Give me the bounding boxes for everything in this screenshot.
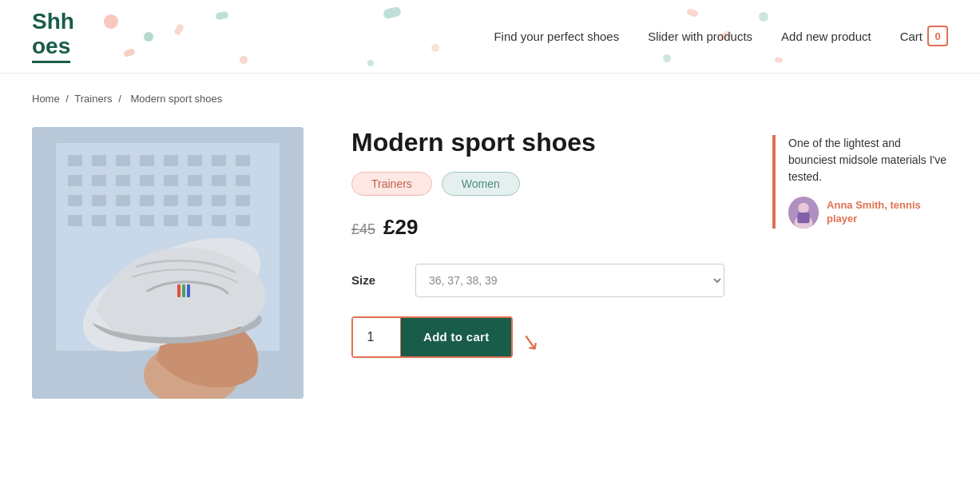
svg-rect-25	[236, 195, 250, 206]
breadcrumb: Home / Trainers / Modern sport shoes	[0, 74, 980, 111]
logo-line1: Shh	[32, 10, 74, 34]
svg-rect-20	[116, 195, 130, 206]
deco-dot-1	[104, 14, 118, 29]
svg-rect-15	[188, 175, 202, 186]
svg-rect-19	[92, 195, 106, 206]
svg-rect-16	[212, 175, 226, 186]
avatar-svg	[788, 197, 819, 229]
quantity-input[interactable]	[353, 318, 401, 356]
nav-slider-products[interactable]: Slider with products	[648, 30, 752, 43]
svg-rect-27	[92, 215, 106, 226]
svg-rect-21	[140, 195, 154, 206]
svg-rect-36	[177, 284, 181, 297]
product-image-svg	[32, 127, 304, 399]
svg-rect-12	[116, 175, 130, 186]
price-old: £45	[351, 221, 375, 238]
breadcrumb-trainers[interactable]: Trainers	[74, 93, 112, 105]
svg-rect-24	[212, 195, 226, 206]
svg-rect-3	[92, 155, 106, 166]
nav-add-product[interactable]: Add new product	[781, 30, 871, 43]
svg-rect-23	[188, 195, 202, 206]
svg-rect-11	[92, 175, 106, 186]
header: Shh oes Find your perfect shoes Slider w…	[0, 0, 980, 74]
svg-rect-4	[116, 155, 130, 166]
tag-women: Women	[442, 172, 520, 196]
svg-rect-13	[140, 175, 154, 186]
svg-rect-9	[236, 155, 250, 166]
deco-shape-1	[123, 48, 136, 58]
deco-shape-5	[686, 8, 699, 18]
svg-rect-14	[164, 175, 178, 186]
svg-rect-18	[68, 195, 82, 206]
svg-rect-2	[68, 155, 82, 166]
breadcrumb-home[interactable]: Home	[32, 93, 60, 105]
author-name: Anna Smith, tennis player	[827, 199, 948, 226]
size-select[interactable]: 36, 37, 38, 39	[415, 264, 724, 297]
testimonial-author: Anna Smith, tennis player	[788, 197, 948, 229]
svg-rect-6	[164, 155, 178, 166]
testimonial: One of the lightest and bounciest midsol…	[772, 135, 948, 229]
deco-shape-7	[774, 57, 783, 63]
nav-find-shoes[interactable]: Find your perfect shoes	[494, 30, 619, 43]
logo[interactable]: Shh oes	[32, 10, 74, 63]
svg-rect-26	[68, 215, 82, 226]
deco-dot-3	[240, 56, 248, 64]
product-tags: Trainers Women	[351, 172, 724, 196]
deco-dot-7	[759, 12, 768, 22]
price-new: £29	[383, 215, 418, 240]
add-to-cart-button[interactable]: Add to cart	[401, 318, 511, 356]
svg-rect-10	[68, 175, 82, 186]
svg-rect-28	[116, 215, 130, 226]
cart-badge: 0	[927, 26, 948, 46]
svg-rect-42	[797, 213, 809, 223]
svg-rect-8	[212, 155, 226, 166]
breadcrumb-current: Modern sport shoes	[130, 93, 222, 105]
arrow-decoration: ↘	[519, 328, 542, 356]
add-to-cart-row: Add to cart	[351, 316, 513, 358]
main-nav: Find your perfect shoes Slider with prod…	[494, 26, 948, 46]
svg-rect-29	[140, 215, 154, 226]
svg-rect-30	[164, 215, 178, 226]
deco-dot-2	[144, 32, 153, 42]
breadcrumb-sep-1: /	[65, 93, 69, 105]
deco-shape-4	[383, 6, 402, 19]
product-details: Modern sport shoes Trainers Women £45 £2…	[351, 127, 724, 358]
cart-link[interactable]: Cart 0	[900, 26, 948, 46]
svg-rect-38	[187, 284, 190, 297]
deco-dot-4	[431, 44, 439, 52]
svg-rect-31	[188, 215, 202, 226]
main-content: Modern sport shoes Trainers Women £45 £2…	[0, 111, 980, 431]
product-image	[32, 127, 304, 399]
tag-trainers: Trainers	[351, 172, 432, 196]
deco-shape-3	[215, 11, 228, 21]
deco-dot-6	[663, 54, 671, 62]
product-price: £45 £29	[351, 215, 724, 240]
svg-rect-37	[182, 284, 185, 297]
svg-rect-22	[164, 195, 178, 206]
add-to-cart-section: Add to cart ↘	[351, 313, 724, 358]
svg-rect-33	[236, 215, 250, 226]
svg-point-40	[798, 202, 808, 213]
logo-line2: oes	[32, 34, 74, 63]
deco-shape-2	[173, 23, 184, 36]
product-title: Modern sport shoes	[351, 127, 724, 157]
breadcrumb-sep-2: /	[118, 93, 121, 105]
size-row: Size 36, 37, 38, 39	[351, 264, 724, 297]
svg-rect-7	[188, 155, 202, 166]
svg-rect-17	[236, 175, 250, 186]
deco-dot-5	[367, 60, 374, 66]
testimonial-text: One of the lightest and bounciest midsol…	[788, 135, 948, 185]
author-avatar	[788, 197, 819, 229]
size-label: Size	[351, 273, 415, 287]
svg-rect-5	[140, 155, 154, 166]
svg-rect-32	[212, 215, 226, 226]
